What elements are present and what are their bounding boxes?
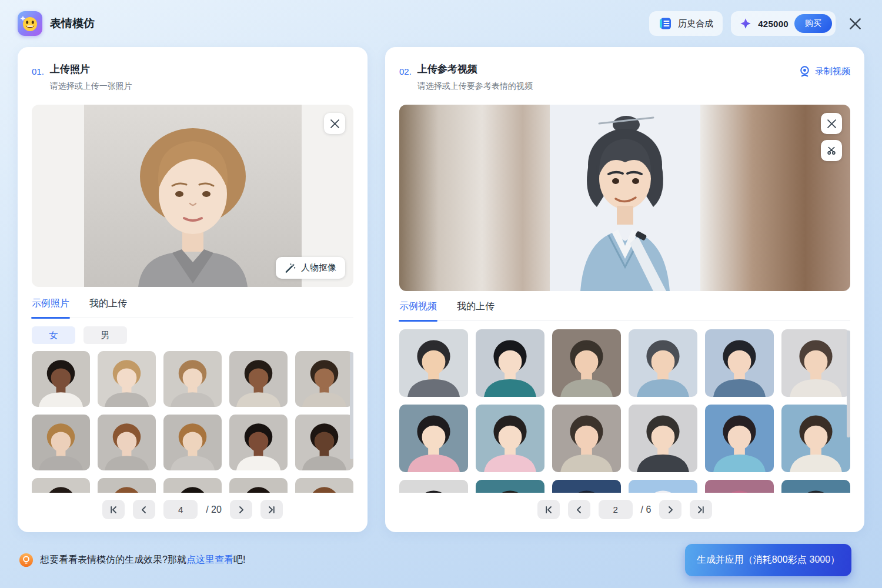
tab-my-uploads-videos[interactable]: 我的上传: [457, 300, 495, 320]
sample-video-thumbnail[interactable]: [781, 405, 850, 472]
video-total-pages: / 6: [641, 505, 652, 515]
sample-photo-thumbnail[interactable]: [163, 351, 222, 407]
tip-suffix: 吧!: [233, 554, 245, 564]
sample-video-thumbnail[interactable]: [629, 480, 697, 493]
trim-video-button[interactable]: [821, 140, 842, 161]
video-blur-left: [399, 105, 550, 291]
upload-photo-panel: 01. 上传照片 请选择或上传一张照片: [18, 47, 368, 532]
sample-photo-thumbnail[interactable]: [163, 415, 222, 470]
generate-apply-button[interactable]: 生成并应用（消耗800彩点3000）: [685, 544, 851, 576]
points-pill[interactable]: 425000 购买: [731, 11, 836, 36]
video-current-page[interactable]: 2: [599, 500, 633, 519]
sample-video-thumbnail[interactable]: [399, 480, 468, 493]
video-pagination: 2 / 6: [399, 499, 850, 524]
sample-video-thumbnail[interactable]: [781, 480, 850, 493]
remove-photo-button[interactable]: [324, 113, 345, 134]
sample-video-thumbnail[interactable]: [476, 329, 544, 397]
record-video-button[interactable]: 录制视频: [799, 62, 850, 78]
video-first-page-button[interactable]: [537, 500, 560, 519]
prev-page-icon: [140, 506, 148, 514]
first-page-icon: [544, 506, 553, 514]
history-button[interactable]: 历史合成: [649, 11, 723, 36]
sample-video-thumbnail[interactable]: [552, 405, 621, 472]
history-label: 历史合成: [678, 18, 713, 29]
video-grid-scrollbar[interactable]: [847, 330, 850, 437]
tab-sample-videos[interactable]: 示例视频: [399, 300, 437, 320]
sample-video-thumbnail[interactable]: [629, 329, 697, 397]
sample-photo-thumbnail[interactable]: [98, 478, 156, 493]
prev-page-icon: [575, 506, 583, 514]
sample-photo-thumbnail[interactable]: [295, 415, 353, 470]
video-step-header: 02. 上传参考视频 请选择或上传要参考表情的视频 录制视频: [399, 62, 850, 92]
view-results-link[interactable]: 点这里查看: [186, 554, 233, 564]
tip-message: 想要看看表情模仿的生成效果?那就点这里查看吧!: [19, 553, 245, 567]
close-x-icon: [330, 119, 339, 128]
tab-sample-photos[interactable]: 示例照片: [32, 298, 69, 318]
diamond-sparkle-icon: [739, 17, 752, 30]
sample-photo-thumbnail[interactable]: [295, 351, 353, 407]
filter-male[interactable]: 男: [83, 326, 127, 344]
remove-video-button[interactable]: [821, 113, 842, 134]
sample-photo-thumbnail[interactable]: [32, 415, 90, 470]
sample-video-thumbnail[interactable]: [476, 405, 544, 472]
video-last-page-button[interactable]: [690, 500, 712, 519]
matting-label: 人物抠像: [301, 262, 336, 273]
generate-label-suffix: ）: [830, 554, 840, 564]
sample-photo-thumbnail[interactable]: [229, 415, 288, 470]
old-price-strikethrough: 3000: [810, 554, 831, 564]
sample-photo-thumbnail[interactable]: [32, 478, 90, 493]
photo-last-page-button[interactable]: [260, 500, 283, 519]
sample-video-thumbnail[interactable]: [705, 405, 774, 472]
reference-video-frame: [550, 105, 700, 291]
video-next-page-button[interactable]: [659, 500, 681, 519]
upload-video-panel: 02. 上传参考视频 请选择或上传要参考表情的视频 录制视频: [385, 47, 864, 532]
generate-label: 生成并应用（消耗800彩点: [697, 554, 807, 564]
photo-prev-page-button[interactable]: [133, 500, 155, 519]
buy-button[interactable]: 购买: [794, 14, 832, 33]
app-logo-icon: [18, 11, 42, 36]
sample-video-thumbnail[interactable]: [705, 480, 774, 493]
photo-step-titles: 上传照片 请选择或上传一张照片: [50, 62, 132, 92]
sample-photo-thumbnail[interactable]: [98, 415, 156, 470]
lightbulb-icon: [19, 553, 34, 567]
photo-step-header: 01. 上传照片 请选择或上传一张照片: [32, 62, 353, 92]
sample-photo-thumbnail[interactable]: [163, 478, 222, 493]
sample-video-thumbnail[interactable]: [476, 480, 544, 493]
photo-current-page[interactable]: 4: [163, 500, 198, 519]
sample-video-thumbnail[interactable]: [399, 329, 468, 397]
photo-preview: 人物抠像: [32, 105, 353, 287]
record-video-label: 录制视频: [815, 66, 850, 77]
page-title: 表情模仿: [50, 16, 95, 31]
sample-video-thumbnail[interactable]: [552, 480, 621, 493]
smiley-icon: [18, 11, 42, 36]
sample-photo-thumbnail[interactable]: [229, 351, 288, 407]
sample-video-thumbnail[interactable]: [552, 329, 621, 397]
photo-pagination: 4 / 20: [32, 499, 353, 524]
photo-grid-scrollbar[interactable]: [350, 352, 353, 459]
portrait-matting-button[interactable]: 人物抠像: [276, 257, 345, 279]
sample-video-thumbnail[interactable]: [399, 405, 468, 472]
sample-video-thumbnail[interactable]: [629, 405, 697, 472]
photo-source-tabs: 示例照片 我的上传: [32, 298, 353, 318]
video-step-subtitle: 请选择或上传要参考表情的视频: [417, 81, 533, 92]
sample-photo-thumbnail[interactable]: [295, 478, 353, 493]
sample-video-grid: [399, 329, 850, 493]
tab-my-uploads-photos[interactable]: 我的上传: [89, 298, 127, 318]
filter-female[interactable]: 女: [32, 326, 75, 344]
scissors-icon: [827, 146, 836, 155]
close-window-button[interactable]: [846, 15, 864, 33]
header-right: 历史合成 425000 购买: [649, 11, 864, 36]
tip-text: 想要看看表情模仿的生成效果?那就点这里查看吧!: [40, 554, 245, 566]
video-prev-page-button[interactable]: [568, 500, 590, 519]
video-step-titles: 上传参考视频 请选择或上传要参考表情的视频: [417, 62, 533, 92]
first-page-icon: [109, 506, 118, 514]
sample-video-thumbnail[interactable]: [781, 329, 850, 397]
sample-photo-thumbnail[interactable]: [32, 351, 90, 407]
gender-filter: 女 男: [32, 326, 353, 344]
sample-photo-thumbnail[interactable]: [229, 478, 288, 493]
sample-video-thumbnail[interactable]: [705, 329, 774, 397]
close-x-icon: [850, 18, 861, 29]
photo-next-page-button[interactable]: [230, 500, 252, 519]
photo-first-page-button[interactable]: [102, 500, 125, 519]
sample-photo-thumbnail[interactable]: [98, 351, 156, 407]
